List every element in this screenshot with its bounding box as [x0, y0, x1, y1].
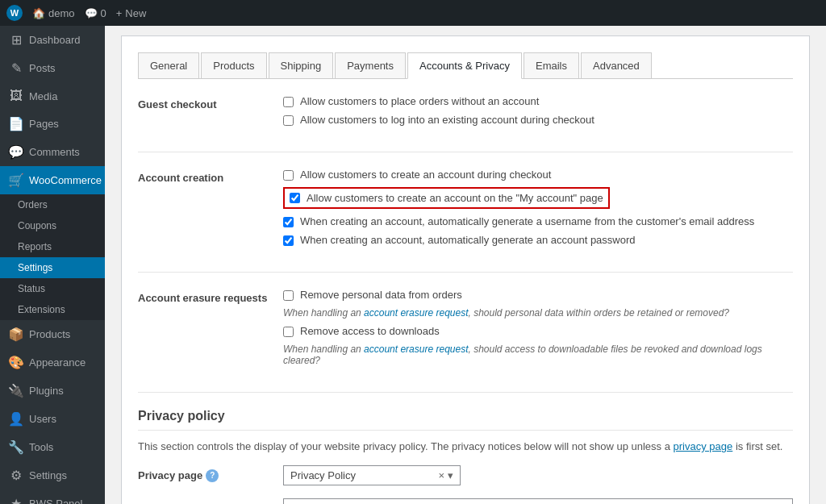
account-erasure-options: Remove personal data from orders When ha…	[283, 289, 793, 373]
create-account-checkout-row: Allow customers to create an account dur…	[283, 169, 793, 181]
sidebar-item-appearance[interactable]: 🎨 Appearance	[0, 348, 105, 377]
registration-privacy-policy-label: Registration privacy policy ?	[138, 498, 283, 504]
sidebar-item-bwspanel[interactable]: ★ BWS Panel	[0, 489, 105, 504]
auto-generate-password-row: When creating an account, automatically …	[283, 234, 793, 246]
tab-products[interactable]: Products	[201, 52, 266, 78]
privacy-page-select[interactable]: Privacy Policy × ▾	[283, 465, 461, 485]
auto-generate-username-row: When creating an account, automatically …	[283, 215, 793, 227]
guest-checkout-options: Allow customers to place orders without …	[283, 95, 793, 132]
sidebar-item-plugins[interactable]: 🔌 Plugins	[0, 377, 105, 405]
new-button[interactable]: + New	[116, 7, 147, 19]
account-creation-section: Account creation Allow customers to crea…	[138, 169, 793, 252]
sidebar-item-tools[interactable]: 🔧 Tools	[0, 433, 105, 461]
pages-icon: 📄	[8, 116, 24, 131]
remove-personal-data-orders-label: Remove personal data from orders	[300, 289, 462, 301]
site-name[interactable]: 🏠 demo	[32, 7, 75, 19]
plugins-icon: 🔌	[8, 383, 24, 398]
tab-general[interactable]: General	[138, 52, 199, 78]
erasure-note-1: When handling an account erasure request…	[283, 307, 793, 319]
sidebar-item-dashboard[interactable]: ⊞ Dashboard	[0, 26, 105, 54]
layout: ⊞ Dashboard ✎ Posts 🖼 Media 📄 Pages 💬 Co…	[0, 26, 826, 504]
remove-access-downloads-checkbox[interactable]	[283, 327, 294, 337]
allow-login-during-checkout-label: Allow customers to log into an existing …	[300, 114, 594, 126]
remove-personal-data-orders-row: Remove personal data from orders	[283, 289, 793, 301]
tab-payments[interactable]: Payments	[335, 52, 406, 78]
topbar: W 🏠 demo 💬 0 + New	[0, 0, 826, 26]
remove-access-downloads-label: Remove access to downloads	[300, 325, 440, 337]
registration-privacy-policy-textarea[interactable]: Your personal data will be used to suppo…	[283, 498, 793, 504]
users-icon: 👤	[8, 411, 24, 427]
auto-generate-username-checkbox[interactable]	[283, 217, 294, 227]
privacy-page-help-icon[interactable]: ?	[206, 469, 219, 482]
sidebar-item-status[interactable]: Status	[0, 278, 105, 299]
account-creation-options: Allow customers to create an account dur…	[283, 169, 793, 252]
sidebar-item-posts[interactable]: ✎ Posts	[0, 54, 105, 82]
auto-generate-password-checkbox[interactable]	[283, 235, 294, 246]
privacy-policy-desc: This section controls the display of you…	[138, 440, 793, 452]
privacy-page-row: Privacy page ? Privacy Policy × ▾	[138, 465, 793, 485]
settings-tabs: General Products Shipping Payments Accou…	[138, 52, 793, 79]
sidebar-item-products[interactable]: 📦 Products	[0, 320, 105, 348]
tab-accounts-privacy[interactable]: Accounts & Privacy	[407, 52, 522, 79]
sidebar-item-users[interactable]: 👤 Users	[0, 405, 105, 433]
create-account-checkout-checkbox[interactable]	[283, 170, 294, 181]
divider-3	[138, 392, 793, 393]
erasure-note-2: When handling an account erasure request…	[283, 344, 793, 366]
sidebar-item-coupons[interactable]: Coupons	[0, 215, 105, 236]
remove-access-downloads-row: Remove access to downloads	[283, 325, 793, 337]
main-content: General Products Shipping Payments Accou…	[105, 26, 826, 504]
account-creation-label: Account creation	[138, 169, 283, 252]
create-account-my-account-label: Allow customers to create an account on …	[307, 192, 603, 204]
account-erasure-label: Account erasure requests	[138, 289, 283, 373]
sidebar-item-settings[interactable]: ⚙ Settings	[0, 461, 105, 489]
settings-icon: ⚙	[8, 468, 24, 483]
privacy-page-link[interactable]: privacy page	[674, 440, 733, 452]
products-icon: 📦	[8, 327, 24, 342]
account-erasure-section: Account erasure requests Remove personal…	[138, 289, 793, 373]
dashboard-icon: ⊞	[8, 32, 24, 48]
remove-personal-data-orders-checkbox[interactable]	[283, 290, 294, 301]
sidebar-item-woocommerce[interactable]: 🛒 WooCommerce	[0, 166, 105, 194]
privacy-policy-section: Privacy policy This section controls the…	[138, 409, 793, 504]
woocommerce-submenu: Orders Coupons Reports Settings Status E…	[0, 194, 105, 320]
auto-generate-password-label: When creating an account, automatically …	[300, 234, 636, 246]
tools-icon: 🔧	[8, 439, 24, 455]
wp-logo[interactable]: W	[6, 5, 23, 21]
comments-icon: 💬	[8, 144, 24, 160]
divider-1	[138, 152, 793, 152]
allow-orders-without-account-row: Allow customers to place orders without …	[283, 95, 793, 107]
guest-checkout-section: Guest checkout Allow customers to place …	[138, 95, 793, 132]
sidebar-item-comments[interactable]: 💬 Comments	[0, 138, 105, 166]
sidebar-item-reports[interactable]: Reports	[0, 236, 105, 257]
privacy-policy-title: Privacy policy	[138, 409, 793, 431]
comments-link[interactable]: 💬 0	[85, 7, 106, 19]
appearance-icon: 🎨	[8, 355, 24, 370]
guest-checkout-label: Guest checkout	[138, 95, 283, 132]
tab-shipping[interactable]: Shipping	[269, 52, 334, 78]
tab-advanced[interactable]: Advanced	[581, 52, 652, 78]
create-account-my-account-checkbox[interactable]	[290, 193, 300, 203]
sidebar-item-pages[interactable]: 📄 Pages	[0, 110, 105, 138]
woocommerce-icon: 🛒	[8, 173, 24, 188]
select-arrow-icon[interactable]: ▾	[448, 469, 453, 481]
sidebar-item-orders[interactable]: Orders	[0, 194, 105, 215]
sidebar-item-media[interactable]: 🖼 Media	[0, 82, 105, 110]
erasure-request-link-1[interactable]: account erasure request	[364, 307, 468, 319]
sidebar: ⊞ Dashboard ✎ Posts 🖼 Media 📄 Pages 💬 Co…	[0, 26, 105, 504]
allow-orders-without-account-checkbox[interactable]	[283, 97, 294, 107]
allow-login-during-checkout-checkbox[interactable]	[283, 115, 294, 126]
registration-privacy-policy-row: Registration privacy policy ? Your perso…	[138, 498, 793, 504]
auto-generate-username-label: When creating an account, automatically …	[300, 215, 754, 227]
privacy-page-label: Privacy page ?	[138, 469, 283, 482]
allow-login-during-checkout-row: Allow customers to log into an existing …	[283, 114, 793, 126]
erasure-request-link-2[interactable]: account erasure request	[364, 344, 468, 355]
select-clear-icon[interactable]: ×	[435, 469, 448, 481]
bwspanel-icon: ★	[8, 496, 24, 504]
allow-orders-without-account-label: Allow customers to place orders without …	[300, 95, 539, 107]
create-account-my-account-row: Allow customers to create an account on …	[283, 187, 610, 209]
sidebar-item-extensions[interactable]: Extensions	[0, 299, 105, 320]
tab-emails[interactable]: Emails	[524, 52, 579, 78]
sidebar-item-woo-settings[interactable]: Settings	[0, 257, 105, 278]
create-account-checkout-label: Allow customers to create an account dur…	[300, 169, 551, 181]
posts-icon: ✎	[8, 60, 24, 76]
